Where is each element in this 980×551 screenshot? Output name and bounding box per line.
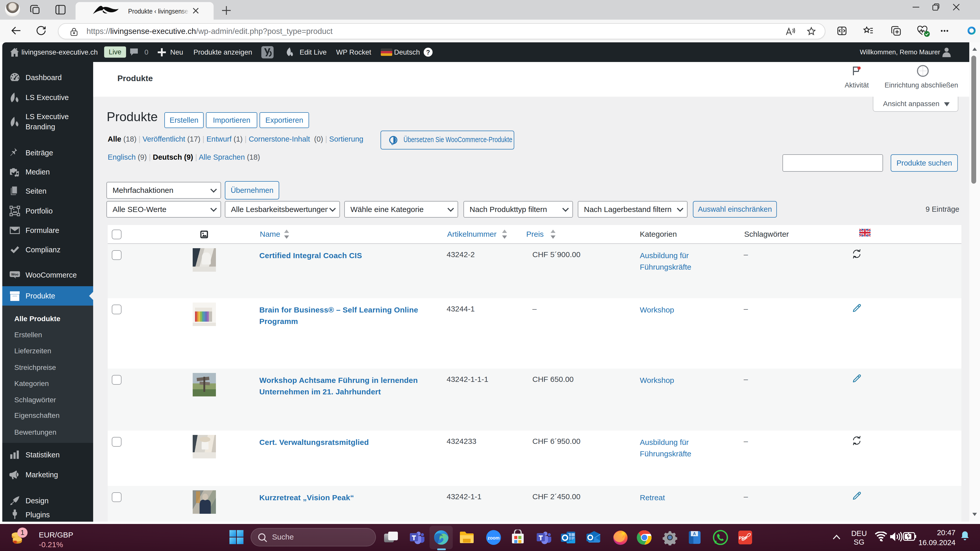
svg-text:A: A xyxy=(693,532,696,536)
svg-text:zoom: zoom xyxy=(488,535,500,540)
svg-text:Woo: Woo xyxy=(11,272,18,276)
